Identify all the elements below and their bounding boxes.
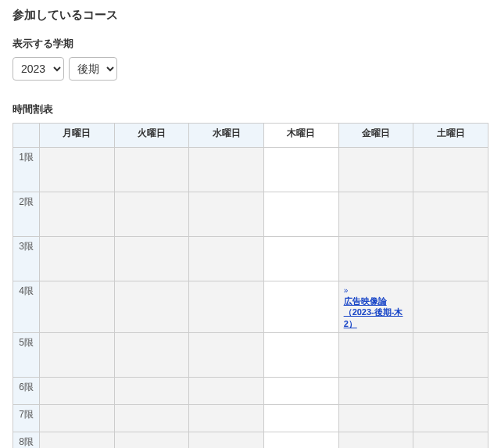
cell [114,237,189,281]
cell [40,332,115,377]
cell [114,148,189,192]
cell [263,432,338,448]
cell [413,332,488,377]
cell [189,332,264,377]
cell [263,237,338,281]
cell: »広告映像論（2023-後期-木2） [338,281,413,333]
cell [40,404,115,432]
period-head-3: 3限 [13,237,40,281]
cell [413,237,488,281]
cell [189,192,264,237]
timetable-corner [13,124,40,148]
cell [114,404,189,432]
day-header-sat: 土曜日 [413,124,488,148]
cell [413,432,488,448]
cell [189,237,264,281]
cell [338,148,413,192]
cell [413,377,488,404]
day-header-wed: 水曜日 [189,124,264,148]
cell [263,148,338,192]
cell [40,377,115,404]
year-select[interactable]: 2023 [13,57,64,81]
page-title: 参加しているコース [13,8,488,23]
term-label: 表示する学期 [13,37,488,51]
cell [114,192,189,237]
cell [40,237,115,281]
cell [413,148,488,192]
timetable: 月曜日 火曜日 水曜日 木曜日 金曜日 土曜日 1限 2限 [13,123,488,448]
cell [189,404,264,432]
course-link[interactable]: 広告映像論（2023-後期-木2） [344,296,409,329]
timetable-label: 時間割表 [13,102,488,116]
cell [189,148,264,192]
cell [263,404,338,432]
cell [114,377,189,404]
day-header-thu: 木曜日 [263,124,338,148]
cell [40,281,115,333]
cell [338,432,413,448]
period-head-8: 8限 [13,432,40,448]
cell [338,377,413,404]
cell [413,192,488,237]
cell [114,432,189,448]
cell [413,404,488,432]
cell [413,281,488,333]
day-header-fri: 金曜日 [338,124,413,148]
cell [263,281,338,333]
cell [189,377,264,404]
cell [189,281,264,333]
cell [189,432,264,448]
cell [338,332,413,377]
cell [338,404,413,432]
period-head-5: 5限 [13,332,40,377]
period-head-4: 4限 [13,281,40,333]
cell [263,377,338,404]
cell [338,237,413,281]
cell [114,332,189,377]
cell [263,332,338,377]
period-head-1: 1限 [13,148,40,192]
link-arrow-icon: » [344,286,349,295]
cell [40,432,115,448]
cell [114,281,189,333]
semester-select[interactable]: 後期 [69,57,117,81]
period-head-6: 6限 [13,377,40,404]
day-header-tue: 火曜日 [114,124,189,148]
cell [338,192,413,237]
period-head-2: 2限 [13,192,40,237]
cell [263,192,338,237]
period-head-7: 7限 [13,404,40,432]
cell [40,192,115,237]
cell [40,148,115,192]
day-header-mon: 月曜日 [40,124,115,148]
